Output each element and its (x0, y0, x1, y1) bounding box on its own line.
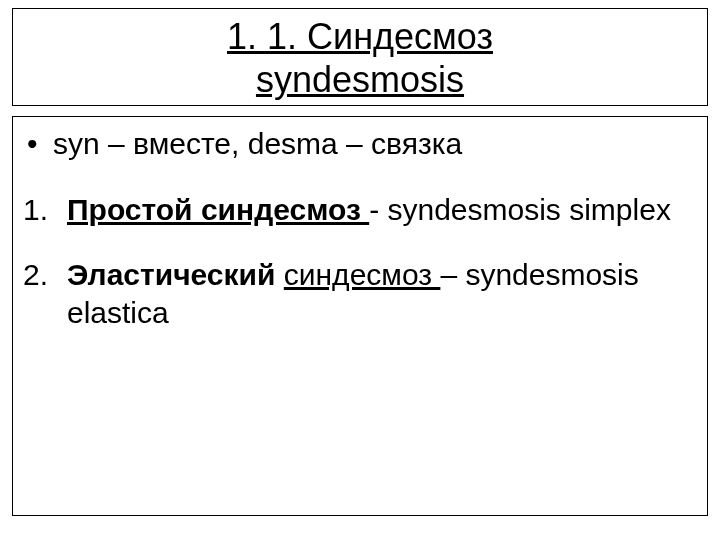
title-line-1: 1. 1. Синдесмоз (17, 15, 703, 58)
slide: 1. 1. Синдесмоз syndesmosis • syn – вмес… (0, 0, 720, 540)
list-number-2: 2. (23, 256, 67, 294)
list-item: 1. Простой синдесмоз - syndesmosis simpl… (23, 191, 697, 229)
item1-underlined-bold: Простой синдесмоз (67, 193, 369, 226)
item1-rest: - syndesmosis simplex (369, 193, 671, 226)
item2-rest-line2: elastica (67, 296, 169, 329)
body-placeholder: • syn – вместе, desma – связка 1. Просто… (12, 116, 708, 516)
item2-underlined: синдесмоз (284, 258, 441, 291)
etymology-bullet: • syn – вместе, desma – связка (23, 125, 697, 163)
list-item: 2. Эластический синдесмоз – syndesmosis … (23, 256, 697, 331)
list-number-1: 1. (23, 191, 67, 229)
etymology-text: syn – вместе, desma – связка (53, 125, 462, 163)
title-line-2: syndesmosis (17, 58, 703, 101)
item2-bold: Эластический (67, 258, 284, 291)
bullet-dot-icon: • (23, 125, 53, 163)
title-placeholder: 1. 1. Синдесмоз syndesmosis (12, 8, 708, 106)
list-text-2: Эластический синдесмоз – syndesmosis ela… (67, 256, 639, 331)
item2-rest-line1: – syndesmosis (440, 258, 638, 291)
list-text-1: Простой синдесмоз - syndesmosis simplex (67, 191, 671, 229)
